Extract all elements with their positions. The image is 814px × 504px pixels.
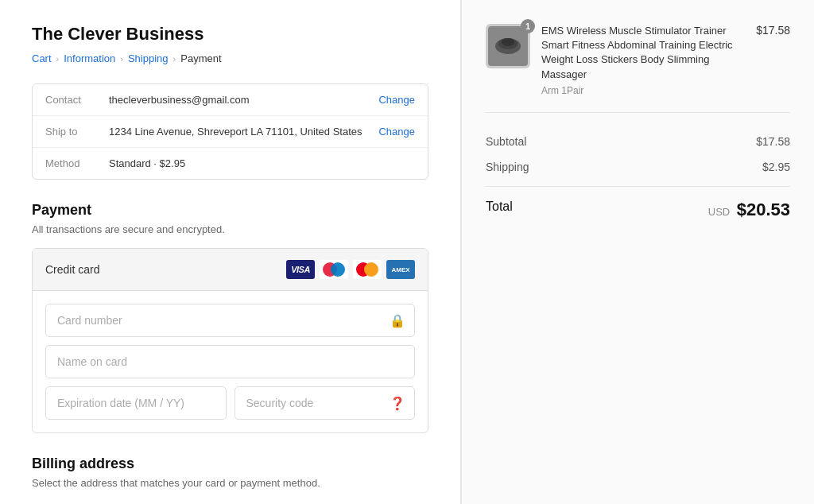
subtotal-row: Subtotal $17.58 (486, 129, 790, 154)
payment-box: Credit card VISA AMEX 🔒 (32, 248, 428, 433)
left-panel: The Clever Business Cart › Information ›… (0, 0, 461, 504)
product-thumbnail-svg (488, 26, 528, 66)
lock-icon: 🔒 (390, 313, 405, 328)
amex-icon: AMEX (386, 260, 415, 279)
payment-section-subtitle: All transactions are secure and encrypte… (32, 223, 428, 235)
payment-fields: 🔒 ❓ (33, 291, 428, 432)
contact-row: Contact thecleverbusiness@gmail.com Chan… (33, 84, 428, 116)
shipping-label: Shipping (486, 161, 529, 173)
breadcrumb-information[interactable]: Information (64, 52, 115, 64)
product-name: EMS Wireless Muscle Stimulator Trainer S… (541, 24, 745, 82)
product-image-wrapper: 1 (486, 24, 530, 68)
total-value: $20.53 (737, 200, 790, 219)
shipto-change-link[interactable]: Change (378, 126, 415, 138)
payment-section-title: Payment (32, 202, 428, 219)
shipto-label: Ship to (45, 126, 109, 138)
billing-subtitle: Select the address that matches your car… (32, 477, 428, 489)
contact-label: Contact (45, 94, 109, 106)
expiry-security-row: ❓ (45, 386, 415, 420)
breadcrumb-shipping[interactable]: Shipping (128, 52, 169, 64)
store-name: The Clever Business (32, 24, 428, 45)
total-label: Total (486, 200, 513, 220)
name-on-card-input[interactable] (45, 345, 415, 378)
name-on-card-wrapper (45, 345, 415, 378)
grand-total-row: Total USD $20.53 (486, 186, 790, 227)
security-code-wrapper: ❓ (235, 386, 416, 420)
card-number-wrapper: 🔒 (45, 304, 415, 337)
breadcrumb-sep-3: › (173, 54, 176, 64)
breadcrumb-payment: Payment (180, 52, 221, 64)
order-item: 1 EMS Wireless Muscle Stimulator Trainer… (486, 24, 790, 113)
svg-point-3 (502, 38, 514, 46)
security-code-input[interactable] (235, 386, 416, 420)
order-info-box: Contact thecleverbusiness@gmail.com Chan… (32, 83, 428, 180)
method-row: Method Standard · $2.95 (33, 148, 428, 179)
breadcrumb-cart[interactable]: Cart (32, 52, 52, 64)
expiry-input[interactable] (45, 386, 227, 420)
contact-change-link[interactable]: Change (378, 94, 415, 106)
order-totals: Subtotal $17.58 Shipping $2.95 Total USD… (486, 129, 790, 227)
card-icons: VISA AMEX (286, 260, 415, 279)
help-icon[interactable]: ❓ (390, 396, 405, 411)
contact-value: thecleverbusiness@gmail.com (109, 94, 378, 106)
method-value: Standard · $2.95 (109, 157, 415, 169)
payment-header: Credit card VISA AMEX (33, 249, 428, 291)
billing-title: Billing address (32, 456, 428, 472)
shipto-row: Ship to 1234 Line Avenue, Shreveport LA … (33, 116, 428, 148)
method-label: Method (45, 157, 109, 169)
right-panel: 1 EMS Wireless Muscle Stimulator Trainer… (461, 0, 814, 504)
credit-card-label: Credit card (45, 263, 99, 276)
maestro-icon (320, 260, 348, 279)
subtotal-value: $17.58 (756, 135, 790, 148)
shipping-value: $2.95 (762, 161, 790, 173)
product-variant: Arm 1Pair (541, 85, 745, 96)
mastercard-icon (353, 260, 382, 279)
expiry-wrapper (45, 386, 227, 420)
breadcrumb-sep-1: › (56, 54, 60, 64)
product-quantity-badge: 1 (521, 19, 535, 33)
breadcrumb-sep-2: › (120, 54, 123, 64)
shipto-value: 1234 Line Avenue, Shreveport LA 71101, U… (109, 126, 378, 138)
product-info: EMS Wireless Muscle Stimulator Trainer S… (541, 24, 745, 96)
visa-icon: VISA (286, 260, 315, 279)
total-currency: USD (708, 206, 730, 218)
product-price: $17.58 (756, 24, 790, 37)
total-amount: USD $20.53 (708, 200, 790, 220)
subtotal-label: Subtotal (486, 135, 526, 148)
breadcrumb: Cart › Information › Shipping › Payment (32, 52, 428, 64)
shipping-row: Shipping $2.95 (486, 154, 790, 180)
card-number-input[interactable] (45, 304, 415, 337)
